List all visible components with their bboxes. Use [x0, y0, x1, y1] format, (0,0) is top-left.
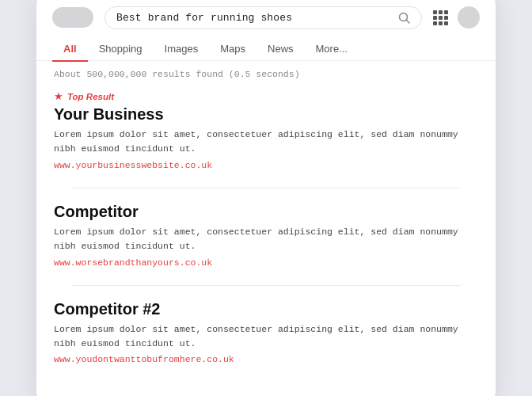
- avatar[interactable]: [458, 6, 480, 29]
- result-desc-1: Lorem ipsum dolor sit amet, consectetuer…: [54, 128, 478, 157]
- top-result-label: Top Result: [67, 92, 114, 101]
- star-icon: ★: [54, 90, 63, 102]
- result-url-1[interactable]: www.yourbusinesswebsite.co.uk: [54, 160, 478, 170]
- result-desc-2: Lorem ipsum dolor sit amet, consectetuer…: [54, 225, 478, 254]
- divider-2: [71, 285, 461, 286]
- tab-more[interactable]: More...: [305, 37, 359, 62]
- tab-maps[interactable]: Maps: [209, 37, 256, 62]
- toolbar: Best brand for running shoes: [36, 0, 496, 37]
- browser-pills: [52, 7, 93, 28]
- browser-window: Best brand for running shoes All Shoppin…: [36, 0, 496, 396]
- tab-news[interactable]: News: [256, 37, 305, 62]
- results-list: ★ Top Result Your Business Lorem ipsum d…: [36, 82, 496, 364]
- result-title-1: Your Business: [54, 105, 478, 124]
- tab-all[interactable]: All: [52, 37, 88, 62]
- svg-line-1: [407, 20, 410, 23]
- search-icon[interactable]: [398, 12, 410, 24]
- result-item-3: Competitor #2 Lorem ipsum dolor sit amet…: [54, 300, 478, 365]
- search-query: Best brand for running shoes: [116, 12, 392, 24]
- search-bar[interactable]: Best brand for running shoes: [104, 6, 422, 29]
- result-title-2: Competitor: [54, 203, 478, 221]
- top-result-badge: ★ Top Result: [54, 90, 478, 102]
- grid-icon[interactable]: [433, 10, 448, 25]
- result-title-3: Competitor #2: [54, 300, 478, 318]
- results-info: About 500,000,000 results found (0.5 sec…: [36, 61, 496, 82]
- result-item-2: Competitor Lorem ipsum dolor sit amet, c…: [54, 203, 478, 268]
- nav-tabs: All Shopping Images Maps News More...: [36, 37, 496, 62]
- result-url-3[interactable]: www.youdontwanttobufromhere.co.uk: [54, 354, 478, 364]
- tab-shopping[interactable]: Shopping: [88, 37, 154, 62]
- result-url-2[interactable]: www.worsebrandthanyours.co.uk: [54, 257, 478, 268]
- divider-1: [71, 188, 461, 188]
- result-desc-3: Lorem ipsum dolor sit amet, consectetuer…: [54, 322, 478, 352]
- tab-images[interactable]: Images: [154, 37, 210, 62]
- result-item-1: ★ Top Result Your Business Lorem ipsum d…: [54, 90, 478, 170]
- toolbar-right: [433, 6, 480, 29]
